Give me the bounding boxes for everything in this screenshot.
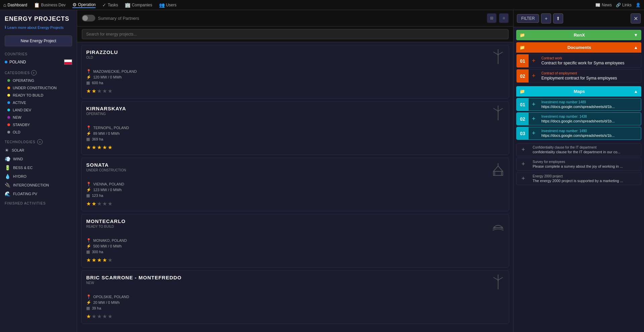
under-construction-label: UNDER CONSTRUCTION bbox=[13, 86, 57, 90]
power-icon: ⚡ bbox=[86, 300, 91, 305]
ready-to-build-label: READY TO BUILD bbox=[13, 93, 43, 97]
sidebar-item-operating[interactable]: OPERATING bbox=[0, 77, 77, 84]
map-item-2: 02 + Investment map number: 1438 https:/… bbox=[516, 112, 641, 125]
sidebar-item-bess[interactable]: 🔋 BESS & EC bbox=[0, 163, 77, 172]
tasks-icon: ✓ bbox=[102, 2, 106, 8]
nav-tasks[interactable]: ✓ Tasks bbox=[102, 2, 118, 8]
active-label: ACTIVE bbox=[13, 101, 26, 105]
sidebar-item-poland[interactable]: POLAND bbox=[0, 57, 77, 67]
svg-line-11 bbox=[493, 166, 498, 171]
document-item-1: 01 + Contract work Contract for specific… bbox=[516, 54, 641, 68]
folder-renx-header[interactable]: 📁 RenX ▼ bbox=[516, 30, 641, 40]
user-avatar[interactable]: 👤 bbox=[636, 3, 641, 7]
doc-name: Contract for specific work for Syma empl… bbox=[541, 61, 638, 65]
project-card-montecarlo: MONTECARLO READY TO BUILD 📍 MONAKO, POLA… bbox=[81, 214, 509, 268]
sidebar-title: ENERGY PROJECTS bbox=[0, 10, 77, 24]
folder-documents: 📁 Documents ▲ 01 + Contract work Contrac… bbox=[516, 42, 641, 84]
folder-documents-header[interactable]: 📁 Documents ▲ bbox=[516, 42, 641, 53]
doc-type: Contract of employment bbox=[541, 71, 638, 75]
sidebar-item-floating-pv[interactable]: 🌊 FLOATING PV bbox=[0, 189, 77, 198]
extra-add-button[interactable]: + bbox=[517, 144, 530, 156]
nav-users[interactable]: 👥 Users bbox=[159, 2, 176, 8]
sidebar-item-interconnection[interactable]: 🔌 INTERCONNECTION bbox=[0, 181, 77, 189]
folder-maps-header[interactable]: 📁 Maps ▲ bbox=[516, 86, 641, 97]
project-name: MONTECARLO bbox=[86, 218, 126, 224]
folder-arrow-icon: ▲ bbox=[634, 45, 638, 50]
map-url: https://docs.google.com/spreadsheets/d/1… bbox=[541, 119, 638, 123]
sidebar-info-link[interactable]: ℹ Learn more about Energy Projects bbox=[0, 24, 77, 33]
upload-button[interactable]: ⬆ bbox=[553, 13, 563, 23]
grid-view-button[interactable]: ⊞ bbox=[487, 13, 496, 23]
extra-add-button[interactable]: + bbox=[517, 158, 530, 170]
project-area: 600 ha bbox=[92, 81, 103, 85]
center-content: Summary of Partners ⊞ ≡ PIRAZZOLU OLD bbox=[77, 10, 513, 332]
add-technology-button[interactable]: + bbox=[37, 139, 43, 145]
poland-flag bbox=[64, 59, 72, 65]
sidebar-item-under-construction[interactable]: UNDER CONSTRUCTION bbox=[0, 84, 77, 92]
nav-dashboard[interactable]: ⌂ Dashboard bbox=[3, 2, 27, 8]
project-stars: ★★★★★ bbox=[86, 313, 504, 320]
svg-point-9 bbox=[497, 110, 499, 112]
project-status: NEW bbox=[86, 281, 182, 285]
add-button[interactable]: + bbox=[541, 13, 551, 23]
folder-renx-title: RenX bbox=[528, 33, 631, 38]
sidebar-item-standby[interactable]: STANDBY bbox=[0, 121, 77, 128]
project-status: OPERATING bbox=[86, 112, 126, 116]
doc-add-button[interactable]: + bbox=[529, 54, 539, 67]
search-input[interactable] bbox=[82, 29, 508, 39]
project-power: 120 MW / 0 MWh bbox=[93, 75, 122, 79]
map-add-button[interactable]: + bbox=[529, 113, 539, 125]
land-dev-dot bbox=[7, 109, 10, 111]
filter-button[interactable]: FILTER bbox=[517, 14, 539, 23]
map-add-button[interactable]: + bbox=[529, 127, 539, 140]
sidebar-item-ready-to-build[interactable]: READY TO BUILD bbox=[0, 92, 77, 99]
add-category-button[interactable]: + bbox=[31, 70, 37, 75]
nav-news[interactable]: 📰 News bbox=[595, 3, 612, 7]
folder-maps: 📁 Maps ▲ 01 + Investment map number 1489… bbox=[516, 86, 641, 141]
project-stars: ★★★★★ bbox=[86, 201, 504, 207]
extra-item-survey: + Survey for employees Please complete a… bbox=[516, 158, 641, 171]
project-status: UNDER CONSTRUCTION bbox=[86, 168, 126, 172]
project-status: OLD bbox=[86, 56, 118, 59]
new-label: NEW bbox=[13, 115, 21, 119]
nav-companies[interactable]: 🏢 Companies bbox=[125, 2, 152, 8]
solar-label: SOLAR bbox=[12, 148, 24, 152]
location-icon: 📍 bbox=[86, 69, 91, 74]
center-header-title: Summary of Partners bbox=[98, 16, 484, 21]
extra-add-button[interactable]: + bbox=[517, 172, 530, 185]
svg-line-6 bbox=[493, 108, 498, 111]
area-icon: ▦ bbox=[86, 80, 90, 85]
svg-line-12 bbox=[498, 166, 503, 171]
map-url: https://docs.google.com/spreadsheets/d/1… bbox=[541, 105, 638, 109]
map-add-button[interactable]: + bbox=[529, 98, 539, 111]
extra-desc: confidentiality clause for the IT depart… bbox=[533, 150, 638, 154]
close-button[interactable]: ✕ bbox=[631, 13, 641, 23]
summary-toggle[interactable] bbox=[82, 15, 95, 21]
links-icon: 🔗 bbox=[616, 3, 621, 7]
folder-arrow-icon: ▼ bbox=[634, 33, 638, 38]
new-energy-project-button[interactable]: New Energy Project bbox=[5, 36, 72, 46]
project-location: MONAKO, POLAND bbox=[93, 238, 127, 242]
sidebar-item-active[interactable]: ACTIVE bbox=[0, 99, 77, 106]
nav-operation[interactable]: ⚙ Operation bbox=[72, 2, 96, 8]
poland-label: POLAND bbox=[9, 60, 26, 64]
area-icon: ▦ bbox=[86, 137, 90, 142]
project-power: 20 MW / 0 MWh bbox=[93, 300, 120, 305]
sidebar-item-new[interactable]: NEW bbox=[0, 114, 77, 121]
project-area: 39 ha bbox=[92, 306, 101, 310]
list-view-button[interactable]: ≡ bbox=[499, 13, 508, 23]
news-icon: 📰 bbox=[595, 3, 600, 7]
project-area: 300 ha bbox=[92, 250, 103, 254]
sidebar-item-hydro[interactable]: 💧 HYDRO bbox=[0, 172, 77, 181]
businessdev-icon: 📋 bbox=[34, 2, 40, 8]
sidebar-item-old[interactable]: OLD bbox=[0, 128, 77, 136]
sidebar-item-wind[interactable]: 💨 WIND bbox=[0, 155, 77, 163]
project-card-pirazzolu: PIRAZZOLU OLD 📍 MAZOWIECKIE, POL bbox=[81, 45, 509, 99]
sidebar-item-land-dev[interactable]: LAND DEV bbox=[0, 106, 77, 114]
nav-links[interactable]: 🔗 Links bbox=[616, 3, 632, 7]
companies-icon: 🏢 bbox=[125, 2, 130, 8]
doc-add-button[interactable]: + bbox=[529, 69, 539, 82]
nav-business-dev[interactable]: 📋 Business Dev bbox=[34, 2, 65, 8]
sidebar-item-solar[interactable]: ☀ SOLAR bbox=[0, 146, 77, 155]
area-icon: ▦ bbox=[86, 193, 90, 198]
